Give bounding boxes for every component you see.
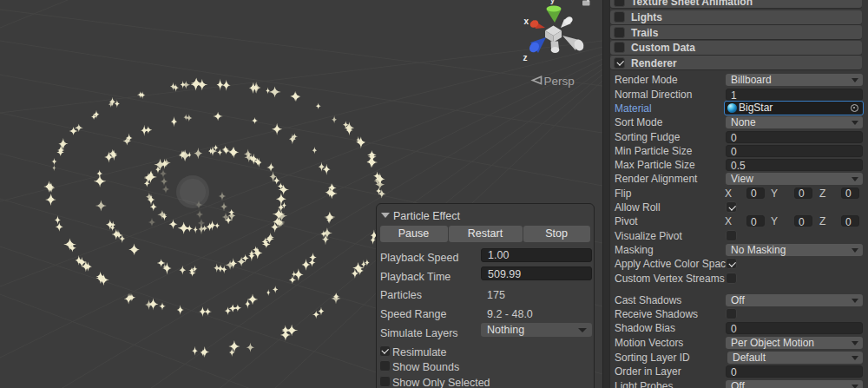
- svg-text:z: z: [523, 53, 528, 62]
- svg-text:Persp: Persp: [544, 75, 575, 88]
- svg-text:x: x: [524, 16, 529, 26]
- svg-text:y: y: [550, 0, 555, 4]
